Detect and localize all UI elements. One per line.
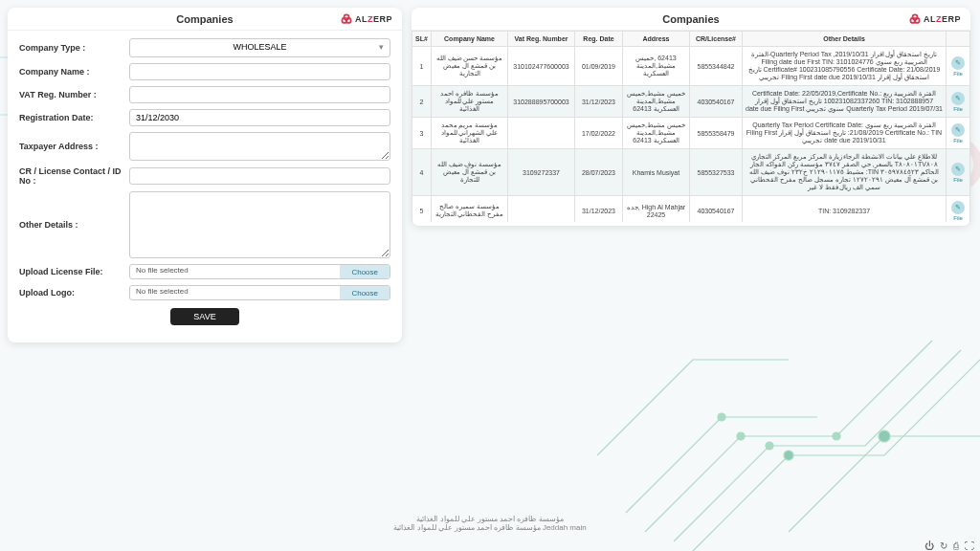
vat-reg-input[interactable] bbox=[129, 86, 390, 103]
svg-point-19 bbox=[912, 14, 917, 19]
file-link[interactable]: File bbox=[949, 71, 967, 77]
companies-form-panel: Companies ALZERP Company Type : WHOLESAL… bbox=[8, 8, 402, 342]
form-panel-title: Companies bbox=[17, 13, 392, 25]
cell-name: مؤسسة ظافره احمد مستور علي للمواد الغذائ… bbox=[432, 86, 508, 118]
company-name-input[interactable] bbox=[129, 63, 390, 80]
license-choose-button[interactable]: Choose bbox=[340, 265, 390, 278]
other-details-input[interactable] bbox=[129, 191, 390, 258]
expand-icon[interactable]: ⛶ bbox=[965, 540, 974, 551]
cell-actions: ✎File bbox=[947, 47, 970, 86]
cell-sl: 3 bbox=[412, 118, 432, 149]
save-button[interactable]: SAVE bbox=[170, 308, 238, 325]
companies-table: SL# Company Name Vat Reg. Number Reg. Da… bbox=[412, 31, 970, 222]
th-cr: CR/License# bbox=[690, 32, 743, 47]
footer-line1: مؤسسة ظافره احمد مستور علي للمواد الغذائ… bbox=[0, 515, 980, 523]
cell-reg: 28/07/2023 bbox=[575, 149, 623, 196]
cell-sl: 5 bbox=[412, 196, 432, 223]
cell-addr: خميس مشيط,خميس مشيط,المدينة العسكرية 624… bbox=[623, 118, 690, 149]
th-other: Other Details bbox=[743, 32, 947, 47]
th-company: Company Name bbox=[432, 32, 508, 47]
edit-icon[interactable]: ✎ bbox=[951, 201, 965, 214]
company-type-label: Company Type : bbox=[19, 43, 129, 53]
brand-logo: ALZERP bbox=[340, 12, 392, 26]
power-icon[interactable]: ⏻ bbox=[924, 540, 934, 551]
th-reg: Reg. Date bbox=[575, 32, 623, 47]
cell-cr: 5855358479 bbox=[690, 118, 743, 149]
cell-actions: ✎File bbox=[947, 149, 970, 196]
cell-name: مؤسسة سميره صالح مفرح القحطاني التجارية bbox=[432, 196, 508, 223]
cell-actions: ✎File bbox=[947, 118, 970, 149]
brand-logo-right: ALZERP bbox=[908, 12, 961, 26]
table-row[interactable]: 2مؤسسة ظافره احمد مستور علي للمواد الغذا… bbox=[412, 86, 970, 118]
logo-choose-button[interactable]: Choose bbox=[340, 286, 390, 299]
svg-point-4 bbox=[718, 413, 725, 421]
cell-addr: 62413 ,خميس مشيط,المدينة العسكرية bbox=[623, 47, 690, 86]
cell-other: الفترة الضريبية ربع Certificate Date: 22… bbox=[743, 86, 947, 118]
taxpayer-address-input[interactable] bbox=[129, 132, 390, 161]
cell-reg: 31/12/2023 bbox=[575, 196, 623, 223]
th-vat: Vat Reg. Number bbox=[508, 32, 575, 47]
cell-addr: High Al Mahjar ,جده 22425 bbox=[623, 196, 690, 223]
cell-vat bbox=[508, 118, 575, 149]
table-row[interactable]: 4مؤسسة نوف ضيف الله بن قمشع آل معيض للتج… bbox=[412, 149, 970, 196]
cell-cr: 4030540167 bbox=[690, 86, 743, 118]
cell-cr: 4030540167 bbox=[690, 196, 743, 223]
table-row[interactable]: 5مؤسسة سميره صالح مفرح القحطاني التجارية… bbox=[412, 196, 970, 223]
svg-point-0 bbox=[737, 432, 745, 440]
table-panel-title: Companies bbox=[421, 13, 961, 25]
footer: مؤسسة ظافره احمد مستور علي للمواد الغذائ… bbox=[0, 515, 980, 532]
cell-sl: 2 bbox=[412, 86, 432, 118]
cell-vat: 3109272337 bbox=[508, 149, 575, 196]
table-row[interactable]: 3مؤسسة مريم محمد علي الشهراني للمواد الغ… bbox=[412, 118, 970, 149]
cell-cr: 5855327533 bbox=[690, 149, 743, 196]
cell-reg: 17/02/2022 bbox=[575, 118, 623, 149]
th-sl: SL# bbox=[412, 32, 432, 47]
svg-point-5 bbox=[784, 451, 793, 460]
cell-name: مؤسسة نوف ضيف الله بن قمشع آل معيض للتجا… bbox=[432, 149, 508, 196]
cell-vat: 310102477600003 bbox=[508, 47, 575, 86]
cell-addr: Khamis Musiyat bbox=[623, 149, 690, 196]
file-link[interactable]: File bbox=[949, 177, 967, 183]
svg-point-1 bbox=[833, 432, 840, 440]
companies-table-wrap[interactable]: SL# Company Name Vat Reg. Number Reg. Da… bbox=[412, 31, 970, 222]
cell-vat bbox=[508, 196, 575, 223]
upload-license-label: Upload License File: bbox=[19, 267, 129, 276]
brand-logo-icon-right bbox=[908, 12, 922, 26]
cell-addr: خميس مشيط,خميس مشيط,المدينة العسكرية 624… bbox=[623, 86, 690, 118]
cell-other: تاريخ استحقاق أول اقرار 2019/10/31, Quar… bbox=[743, 47, 947, 86]
status-bar: ⏻ ↻ ⎙ ⛶ bbox=[924, 540, 974, 551]
edit-icon[interactable]: ✎ bbox=[951, 123, 965, 137]
registration-date-label: Registration Date: bbox=[19, 113, 129, 122]
file-link[interactable]: File bbox=[949, 215, 967, 221]
company-type-select[interactable]: WHOLESALE bbox=[129, 38, 390, 57]
th-actions bbox=[947, 32, 970, 47]
cr-license-input[interactable] bbox=[129, 167, 390, 185]
svg-point-3 bbox=[879, 430, 890, 442]
cell-sl: 4 bbox=[412, 149, 432, 196]
cell-name: مؤسسة حسن ضيف الله بن قمشع ال معيض التجا… bbox=[432, 47, 508, 86]
registration-date-input[interactable] bbox=[129, 109, 390, 126]
refresh-icon[interactable]: ↻ bbox=[940, 540, 947, 551]
cell-other: TIN: 3109282337 bbox=[743, 196, 947, 223]
printer-icon[interactable]: ⎙ bbox=[953, 540, 959, 551]
edit-icon[interactable]: ✎ bbox=[951, 163, 965, 176]
edit-icon[interactable]: ✎ bbox=[951, 92, 965, 105]
footer-line2: Jeddah main مؤسسة ظافره احمد مستور علي ل… bbox=[0, 523, 980, 532]
upload-logo-label: Upload Logo: bbox=[19, 288, 129, 298]
logo-file-text: No file selected bbox=[130, 286, 340, 299]
cell-vat: 310288895700003 bbox=[508, 86, 575, 118]
svg-point-16 bbox=[344, 14, 348, 19]
companies-table-panel: Companies ALZERP SL# Company Name Vat Re… bbox=[412, 8, 970, 226]
table-row[interactable]: 1مؤسسة حسن ضيف الله بن قمشع ال معيض التج… bbox=[412, 47, 970, 86]
edit-icon[interactable]: ✎ bbox=[951, 56, 965, 70]
svg-point-2 bbox=[766, 442, 773, 450]
file-link[interactable]: File bbox=[949, 106, 967, 112]
file-link[interactable]: File bbox=[949, 138, 967, 143]
cell-name: مؤسسة مريم محمد علي الشهراني للمواد الغذ… bbox=[432, 118, 508, 149]
cell-other: الفترة الضريبية ربع سنوي Quarterly Tax P… bbox=[743, 118, 947, 149]
cell-cr: 5855344842 bbox=[690, 47, 743, 86]
cell-actions: ✎File bbox=[947, 86, 970, 118]
taxpayer-address-label: Taxpayer Address : bbox=[19, 142, 129, 151]
other-details-label: Other Details : bbox=[19, 220, 129, 230]
brand-logo-icon bbox=[340, 12, 353, 26]
